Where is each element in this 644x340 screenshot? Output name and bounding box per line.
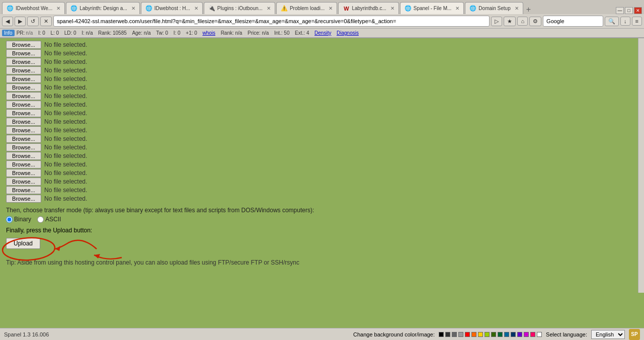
- tab-2[interactable]: 🌐 Labyrinth: Design a... ✕: [66, 2, 140, 14]
- close-button[interactable]: ✕: [634, 7, 642, 14]
- bookmark-button[interactable]: ★: [504, 17, 516, 26]
- sep8: |: [170, 30, 172, 36]
- file-label-18: No file selected.: [44, 195, 87, 202]
- tab-close-1[interactable]: ✕: [56, 6, 60, 11]
- browse-button-0[interactable]: Browse...: [6, 41, 41, 49]
- browse-button-10[interactable]: Browse...: [6, 126, 41, 134]
- upload-label: Finally, press the Upload button:: [6, 227, 638, 234]
- sep6: |: [129, 30, 130, 36]
- tab-close-8[interactable]: ✕: [515, 6, 519, 11]
- home-button[interactable]: ⌂: [517, 17, 528, 26]
- minimize-button[interactable]: —: [616, 7, 624, 14]
- sep14: |: [291, 30, 293, 36]
- browse-button-16[interactable]: Browse...: [6, 178, 41, 186]
- sep3: |: [61, 30, 62, 36]
- sep16: |: [333, 30, 335, 36]
- browse-button-7[interactable]: Browse...: [6, 101, 41, 109]
- tab-close-5[interactable]: ✕: [329, 6, 333, 11]
- tab-3[interactable]: 🌐 IDwebhost : H... ✕: [141, 2, 203, 14]
- file-label-0: No file selected.: [44, 41, 87, 48]
- file-row: Browse... No file selected.: [6, 186, 638, 194]
- whois-link[interactable]: whois: [202, 30, 215, 36]
- browse-button-3[interactable]: Browse...: [6, 66, 41, 74]
- tab-5[interactable]: ⚠️ Problem loadi... ✕: [276, 2, 337, 14]
- browse-button-1[interactable]: Browse...: [6, 49, 41, 57]
- browse-button-2[interactable]: Browse...: [6, 58, 41, 66]
- tab-close-6[interactable]: ✕: [390, 6, 394, 11]
- browse-button-17[interactable]: Browse...: [6, 186, 41, 194]
- upload-button[interactable]: Upload: [6, 238, 40, 249]
- browse-button-13[interactable]: Browse...: [6, 152, 41, 160]
- tab-close-3[interactable]: ✕: [194, 6, 198, 11]
- browse-button-5[interactable]: Browse...: [6, 83, 41, 92]
- scrollbar[interactable]: [638, 38, 644, 293]
- download-button[interactable]: ↓: [620, 17, 630, 26]
- tab-1[interactable]: 🌐 IDwebhost We... ✕: [2, 2, 65, 14]
- ascii-radio[interactable]: [37, 216, 44, 223]
- stop-button[interactable]: ✕: [40, 17, 52, 26]
- browse-button-15[interactable]: Browse...: [6, 169, 41, 177]
- tab-6[interactable]: W Labyrinthdb.c... ✕: [338, 2, 398, 14]
- tools-button[interactable]: ⚙: [529, 17, 541, 26]
- tab-7[interactable]: 🌐 Spanel - File M... ✕: [400, 2, 464, 14]
- tab-close-2[interactable]: ✕: [131, 6, 135, 11]
- tab-8[interactable]: 🌐 Domain Setup ✕: [465, 2, 523, 14]
- menu-button[interactable]: ≡: [632, 17, 642, 26]
- tab-icon-6: W: [343, 5, 350, 12]
- browse-button-9[interactable]: Browse...: [6, 118, 41, 126]
- tab-icon-5: ⚠️: [281, 5, 288, 12]
- search-button[interactable]: 🔍: [605, 17, 619, 26]
- file-label-2: No file selected.: [44, 58, 87, 65]
- tab-bar: 🌐 IDwebhost We... ✕ 🌐 Labyrinth: Design …: [0, 0, 644, 14]
- browse-button-18[interactable]: Browse...: [6, 195, 41, 203]
- browse-button-4[interactable]: Browse...: [6, 75, 41, 83]
- address-bar[interactable]: [53, 16, 490, 27]
- browse-button-14[interactable]: Browse...: [6, 160, 41, 168]
- go-button[interactable]: ▷: [491, 17, 502, 26]
- reload-button[interactable]: ↺: [27, 17, 39, 26]
- search-input[interactable]: [543, 16, 603, 27]
- binary-radio[interactable]: [6, 216, 13, 223]
- svg-marker-1: [55, 246, 60, 251]
- browser-chrome: 🌐 IDwebhost We... ✕ 🌐 Labyrinth: Design …: [0, 0, 644, 38]
- browse-button-11[interactable]: Browse...: [6, 135, 41, 143]
- maximize-button[interactable]: □: [625, 7, 633, 14]
- file-label-4: No file selected.: [44, 75, 87, 82]
- tab-close-4[interactable]: ✕: [267, 6, 271, 11]
- sep11: |: [217, 30, 219, 36]
- file-label-16: No file selected.: [44, 178, 87, 185]
- file-row: Browse... No file selected.: [6, 101, 638, 109]
- file-row: Browse... No file selected.: [6, 92, 638, 100]
- forward-button[interactable]: ▶: [15, 17, 26, 26]
- file-label-5: No file selected.: [44, 84, 87, 91]
- tab-label-6: Labyrinthdb.c...: [352, 6, 386, 11]
- tab-close-7[interactable]: ✕: [455, 6, 459, 11]
- sep12: |: [244, 30, 246, 36]
- browse-button-12[interactable]: Browse...: [6, 143, 41, 151]
- tab-label-3: IDwebhost : H...: [154, 6, 190, 11]
- add-tab-button[interactable]: +: [524, 5, 533, 14]
- browse-button-6[interactable]: Browse...: [6, 92, 41, 100]
- binary-option[interactable]: Binary: [6, 216, 31, 223]
- transfer-mode-section: Then, choose transfer mode (tip: always …: [6, 207, 638, 223]
- ascii-label: ASCII: [45, 216, 61, 223]
- density-link[interactable]: Density: [314, 30, 331, 36]
- file-row: Browse... No file selected.: [6, 109, 638, 117]
- back-button[interactable]: ◀: [2, 17, 13, 26]
- tab-label-8: Domain Setup: [478, 6, 510, 11]
- seo-toolbar: Info PR: n/a | I: 0 | L: 0 | LD: 0 | I: …: [0, 29, 644, 38]
- diagnosis-link[interactable]: Diagnosis: [337, 30, 359, 36]
- toolbar-pr: PR: n/a: [17, 30, 33, 36]
- file-row: Browse... No file selected.: [6, 135, 638, 143]
- file-row: Browse... No file selected.: [6, 75, 638, 83]
- tab-icon-8: 🌐: [469, 5, 476, 12]
- tab-label-2: Labyrinth: Design a...: [79, 6, 127, 11]
- toolbar-info: Info: [2, 30, 15, 36]
- file-row: Browse... No file selected.: [6, 49, 638, 57]
- transfer-mode-options: Binary ASCII: [6, 216, 638, 223]
- tab-4[interactable]: 🔌 Plugins : iOutboun... ✕: [204, 2, 275, 14]
- svg-marker-2: [94, 254, 100, 259]
- browse-button-8[interactable]: Browse...: [6, 109, 41, 117]
- ascii-option[interactable]: ASCII: [37, 216, 61, 223]
- file-label-10: No file selected.: [44, 127, 87, 134]
